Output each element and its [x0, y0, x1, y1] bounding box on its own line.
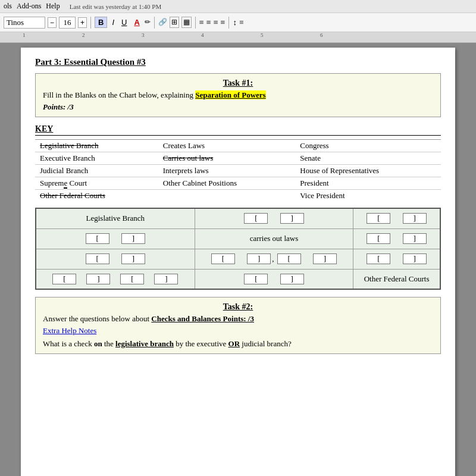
- key-col2-row5: [158, 190, 296, 202]
- toolbar-top: ols Add-ons Help Last edit was yesterday…: [0, 0, 476, 13]
- part-heading: Part 3: Essential Question #3: [35, 57, 441, 67]
- key-col3-row4: President: [295, 177, 441, 190]
- key-col2-row3: Interprets laws: [158, 165, 296, 177]
- menu-help[interactable]: Help: [46, 2, 60, 11]
- image-icon[interactable]: ⊞: [170, 17, 179, 28]
- font-increase-button[interactable]: +: [78, 17, 87, 28]
- more-options-icon[interactable]: ≡: [239, 18, 243, 27]
- key-col1-row5: Other Federal Courts: [35, 190, 158, 202]
- blank-r1c2a[interactable]: [: [244, 213, 268, 224]
- blank-r3c2b: [238, 254, 244, 263]
- key-row-1: Legislative Branch Creates Laws Congress: [35, 140, 441, 152]
- separator-1: [90, 17, 91, 29]
- blank-r3c2c[interactable]: ]: [247, 253, 271, 264]
- blank-r4c1d[interactable]: [: [120, 274, 144, 284]
- blank-r3c1a[interactable]: [: [86, 253, 109, 264]
- task2-link-wrapper: Extra Help Notes: [43, 326, 433, 336]
- last-edit-text: Last edit was yesterday at 1:40 PM: [70, 3, 162, 10]
- blank-r1c3a[interactable]: [: [367, 213, 390, 224]
- key-row-4: Supreme Court Other Cabinet Positions Pr…: [35, 177, 441, 190]
- chart-r4-c3: Other Federal Courts: [353, 269, 440, 289]
- key-col1-row2: Executive Branch: [35, 152, 158, 165]
- key-col3-row5: Vice President: [295, 190, 441, 202]
- blank-r3c3b: [394, 254, 400, 263]
- task2-title: Task #2:: [43, 302, 433, 312]
- task2-desc-text: Answer the questions below about: [43, 314, 151, 323]
- align-left-icon[interactable]: ≡: [199, 18, 204, 27]
- menu-addons[interactable]: Add-ons: [17, 2, 41, 11]
- q-text-1: What is a check: [43, 339, 94, 348]
- key-section: KEY Legislative Branch Creates Laws Cong…: [35, 124, 441, 202]
- blank-r2c3c[interactable]: ]: [403, 233, 427, 244]
- underline-button[interactable]: U: [119, 17, 129, 27]
- key-col3-row3: House of Representatives: [295, 165, 441, 177]
- menu-ols[interactable]: ols: [4, 2, 12, 11]
- key-table: Legislative Branch Creates Laws Congress…: [35, 139, 441, 202]
- task2-box: Task #2: Answer the questions below abou…: [35, 297, 441, 354]
- blank-r3c2f[interactable]: ]: [313, 253, 337, 264]
- blank-r2c3a[interactable]: [: [367, 233, 390, 244]
- align-right-icon[interactable]: ≡: [214, 18, 218, 27]
- blank-r4c1f[interactable]: ]: [154, 274, 178, 284]
- align-center-icon[interactable]: ≡: [206, 18, 211, 27]
- font-size-display[interactable]: 16: [59, 17, 76, 29]
- fill-chart: Legislative Branch [ ] [ ] [ ]: [35, 208, 441, 290]
- chart-row-1: Legislative Branch [ ] [ ]: [36, 208, 440, 228]
- blank-r3c1c[interactable]: ]: [121, 253, 145, 264]
- separator-3: [195, 17, 196, 29]
- toolbar-main: Tinos − 16 + B I U A ✏ 🔗 ⊞ ▦ ≡ ≡ ≡ ≡ ↕ ≡: [0, 13, 476, 32]
- blank-r4c1a[interactable]: [: [52, 274, 76, 284]
- blank-r4c1b: [80, 274, 84, 283]
- blank-r3c2e: [304, 254, 310, 263]
- separator-2: [154, 17, 155, 29]
- task2-link[interactable]: Extra Help Notes: [43, 326, 96, 335]
- chart-row-4: [ ] [ ] [ ] Other Federal Courts: [36, 269, 440, 289]
- text-color-button[interactable]: A: [131, 17, 142, 27]
- q-on: on: [94, 339, 102, 348]
- task2-checks-label: Checks and Balances Points: /3: [151, 314, 254, 323]
- blank-r1c2b: [271, 214, 277, 223]
- ruler-marks: 1 2 3 4 5 6: [5, 32, 471, 42]
- separator-4: [228, 17, 229, 29]
- task1-title: Task #1:: [43, 79, 433, 88]
- chart-r4-c1: [ ] [ ]: [36, 269, 195, 289]
- task1-desc-before: Fill in the Blanks on the Chart below, e…: [43, 90, 195, 99]
- key-col2-row4: Other Cabinet Positions: [158, 177, 296, 190]
- key-col3-row1: Congress: [295, 140, 441, 152]
- italic-button[interactable]: I: [109, 17, 117, 27]
- task2-description: Answer the questions below about Checks …: [43, 314, 433, 324]
- chart-r4-c2: [ ]: [195, 269, 353, 289]
- blank-r3c3a[interactable]: [: [367, 253, 390, 264]
- blank-r3c3c[interactable]: ]: [403, 253, 427, 264]
- blank-r3c1b: [112, 254, 118, 263]
- blank-r4c2a[interactable]: [: [244, 274, 268, 284]
- blank-r1c2c[interactable]: ]: [280, 213, 304, 224]
- table-icon[interactable]: ▦: [181, 17, 192, 28]
- blank-r3c2d[interactable]: [: [277, 253, 301, 264]
- chart-row-3: [ ] [ ], [ ] [ ]: [36, 249, 440, 269]
- chart-r1-c3: [ ]: [353, 208, 440, 228]
- chart-r2-c1: [ ]: [36, 228, 195, 249]
- key-col2-row2: Carries out laws: [158, 152, 296, 165]
- task1-description: Fill in the Blanks on the Chart below, e…: [43, 90, 433, 100]
- pencil-icon[interactable]: ✏: [145, 18, 151, 27]
- line-spacing-icon[interactable]: ↕: [233, 18, 237, 27]
- q-text-2: the: [102, 339, 115, 348]
- task2-question: What is a check on the legislative branc…: [43, 339, 433, 349]
- blank-r1c3c[interactable]: ]: [403, 213, 427, 224]
- link-icon[interactable]: 🔗: [158, 18, 167, 27]
- align-justify-icon[interactable]: ≡: [221, 18, 226, 27]
- task1-box: Task #1: Fill in the Blanks on the Chart…: [35, 73, 441, 117]
- q-text-4: judicial branch?: [240, 339, 292, 348]
- blank-r2c1a[interactable]: [: [86, 233, 109, 244]
- blank-r4c2c[interactable]: ]: [280, 274, 304, 284]
- q-or: OR: [228, 339, 240, 348]
- blank-r2c1c[interactable]: ]: [121, 233, 145, 244]
- key-row-2: Executive Branch Carries out laws Senate: [35, 152, 441, 165]
- blank-r4c1c[interactable]: ]: [86, 274, 110, 284]
- font-selector[interactable]: Tinos: [4, 17, 45, 29]
- bold-button[interactable]: B: [95, 17, 107, 28]
- font-decrease-button[interactable]: −: [48, 17, 57, 28]
- blank-r3c2a[interactable]: [: [211, 253, 235, 264]
- key-row-5: Other Federal Courts Vice President: [35, 190, 441, 202]
